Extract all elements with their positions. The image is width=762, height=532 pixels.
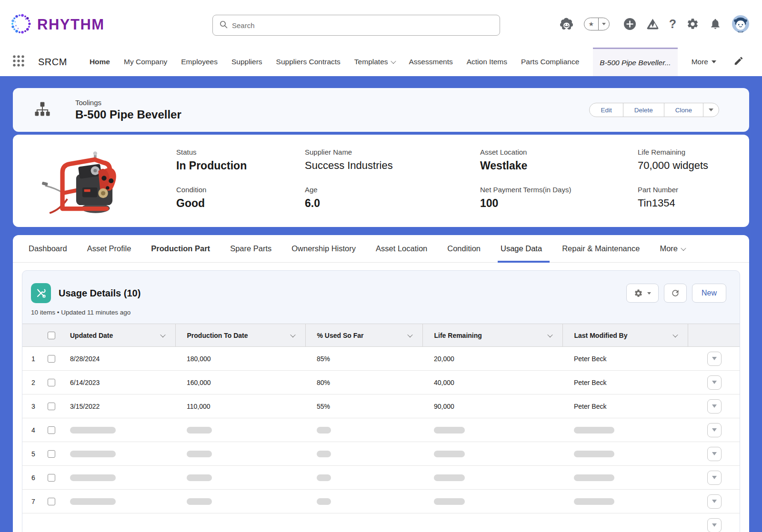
rhythm-logo-icon (10, 12, 32, 37)
row-checkbox[interactable] (48, 355, 55, 363)
sort-chevron-icon[interactable] (672, 332, 678, 337)
select-all-checkbox[interactable] (48, 332, 55, 339)
field-net-payment-terms: Net Payment Terms(in Days) 100 (480, 186, 638, 210)
skeleton-bar (187, 498, 212, 505)
app-root: RHYTHM ★ (0, 0, 762, 532)
tab-more[interactable]: More (660, 235, 685, 263)
row-checkbox[interactable] (48, 379, 55, 386)
nav-tab-b500-pipe-beveller[interactable]: B-500 Pipe Beveller... (593, 48, 677, 76)
tab-production-part[interactable]: Production Part (151, 235, 210, 263)
column-header-production-to-date[interactable]: Production To Date (175, 324, 305, 347)
caret-down-icon (712, 523, 717, 527)
nav-tab-action-items[interactable]: Action Items (467, 48, 507, 76)
header-utility-icons: ★ ? (559, 0, 750, 48)
edit-navigation-pencil-icon[interactable] (733, 56, 744, 68)
refresh-button[interactable] (664, 284, 687, 303)
tab-dashboard[interactable]: Dashboard (29, 235, 67, 263)
row-actions-button[interactable] (707, 494, 722, 509)
tab-ownership-history[interactable]: Ownership History (291, 235, 356, 263)
row-actions-button[interactable] (707, 518, 722, 532)
row-actions-button[interactable] (707, 423, 722, 437)
nav-tab-more[interactable]: More (692, 48, 716, 76)
favorites-caret-icon[interactable] (599, 23, 609, 25)
tab-spare-parts[interactable]: Spare Parts (230, 235, 271, 263)
global-add-icon[interactable] (623, 18, 636, 30)
nav-tab-assessments[interactable]: Assessments (409, 48, 453, 76)
brand-logo-text: RHYTHM (37, 16, 105, 33)
row-actions-button[interactable] (707, 471, 722, 485)
row-actions-button[interactable] (707, 399, 722, 414)
sort-chevron-icon[interactable] (407, 332, 412, 337)
record-header-card: Toolings B-500 Pipe Beveller Edit Delete… (13, 88, 749, 132)
list-settings-button[interactable] (626, 284, 659, 303)
nav-tab-my-company[interactable]: My Company (124, 48, 167, 76)
skeleton-bar (434, 498, 465, 505)
help-icon[interactable]: ? (669, 17, 676, 31)
field-value: Tin1354 (638, 197, 736, 209)
field-label: Age (305, 186, 480, 194)
row-number: 7 (22, 490, 44, 513)
row-checkbox[interactable] (48, 426, 55, 434)
nav-tab-parts-compliance[interactable]: Parts Compliance (521, 48, 579, 76)
column-header-updated-date[interactable]: Updated Date (59, 324, 175, 347)
nav-tab-home[interactable]: Home (90, 48, 110, 76)
nav-tab-templates[interactable]: Templates (354, 48, 395, 76)
tab-asset-location[interactable]: Asset Location (376, 235, 427, 263)
record-tab-bar: Dashboard Asset Profile Production Part … (13, 235, 749, 263)
column-header-life-remaining[interactable]: Life Remaining (422, 324, 562, 347)
usage-panel-buttons: New (626, 284, 726, 303)
sort-chevron-icon[interactable] (160, 332, 165, 337)
search-input[interactable] (232, 21, 493, 30)
row-checkbox[interactable] (48, 403, 55, 410)
field-age: Age 6.0 (305, 186, 480, 210)
field-value: In Production (176, 159, 305, 172)
record-action-buttons: Edit Delete Clone (589, 103, 719, 117)
skeleton-bar (574, 498, 614, 505)
chevron-down-icon (681, 245, 686, 250)
tab-usage-data[interactable]: Usage Data (501, 235, 542, 263)
new-button[interactable]: New (692, 284, 726, 303)
einstein-icon[interactable] (559, 18, 574, 30)
favorites-pill[interactable]: ★ (584, 18, 610, 30)
global-search[interactable] (212, 15, 500, 36)
more-actions-caret-button[interactable] (703, 103, 719, 117)
row-checkbox[interactable] (48, 474, 55, 482)
tab-asset-profile[interactable]: Asset Profile (87, 235, 131, 263)
cell-updated-date: 3/15/2022 (59, 394, 175, 418)
setup-gear-icon[interactable] (686, 18, 699, 30)
nav-tab-suppliers-contracts[interactable]: Suppliers Contracts (276, 48, 341, 76)
record-header-text: Toolings B-500 Pipe Beveller (75, 99, 181, 121)
sort-chevron-icon[interactable] (290, 332, 295, 337)
tab-condition[interactable]: Condition (447, 235, 481, 263)
user-avatar[interactable] (732, 15, 750, 33)
caret-down-icon (712, 476, 717, 479)
field-label: Status (176, 148, 305, 156)
clone-button[interactable]: Clone (664, 103, 703, 117)
edit-button[interactable]: Edit (589, 103, 623, 117)
row-checkbox[interactable] (48, 498, 55, 505)
field-part-number: Part Number Tin1354 (638, 186, 736, 210)
app-launcher-icon[interactable] (12, 54, 25, 69)
column-header-used-so-far[interactable]: % Used So Far (305, 324, 422, 347)
row-number: 3 (22, 394, 44, 418)
delete-button[interactable]: Delete (623, 103, 664, 117)
notifications-bell-icon[interactable] (709, 18, 722, 30)
global-header: RHYTHM ★ (0, 0, 762, 48)
cell-used-so-far: 85% (305, 347, 422, 371)
chevron-down-icon (391, 59, 396, 64)
sort-chevron-icon[interactable] (547, 332, 552, 337)
usage-details-table: Updated Date Production To Date % Used S… (22, 324, 740, 532)
skeleton-bar (187, 474, 212, 481)
tab-repair-maintenance[interactable]: Repair & Maintenance (562, 235, 640, 263)
guidance-center-icon[interactable] (646, 18, 659, 30)
skeleton-bar (434, 427, 465, 433)
row-actions-button[interactable] (707, 352, 722, 366)
favorites-star-icon[interactable]: ★ (584, 18, 599, 30)
nav-tab-employees[interactable]: Employees (181, 48, 218, 76)
nav-tab-suppliers[interactable]: Suppliers (231, 48, 262, 76)
row-actions-button[interactable] (707, 375, 722, 390)
row-checkbox[interactable] (48, 450, 55, 458)
usage-panel-header: Usage Details (10) New (22, 271, 740, 303)
row-actions-button[interactable] (707, 447, 722, 461)
column-header-last-modified-by[interactable]: Last Modified By (562, 324, 688, 347)
